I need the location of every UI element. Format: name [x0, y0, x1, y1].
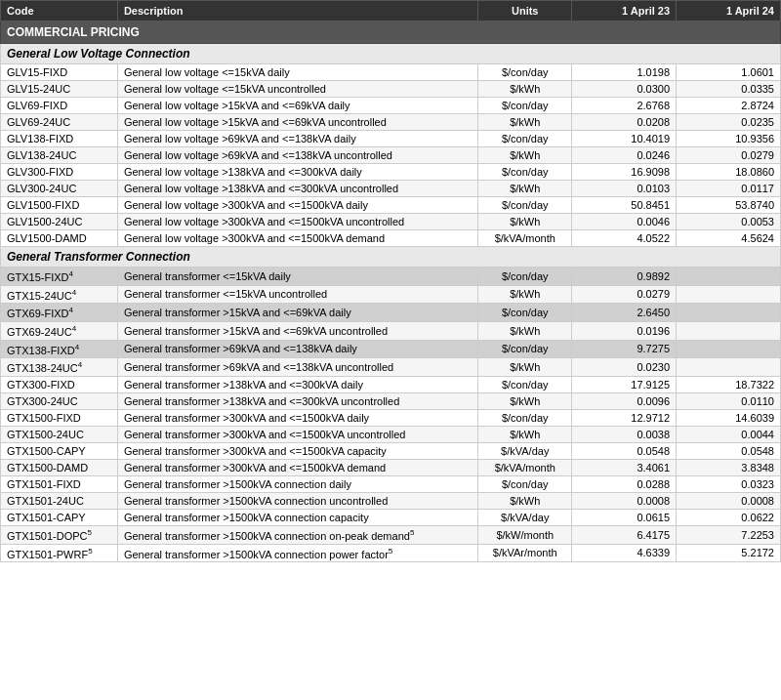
- row-description: General transformer >300kVA and <=1500kV…: [117, 459, 477, 475]
- row-april23: 0.0103: [572, 181, 677, 197]
- row-april23: 0.0288: [572, 475, 677, 492]
- table-row: GLV69-24UC General low voltage >15kVA an…: [1, 114, 781, 131]
- row-april23: 0.0246: [572, 147, 677, 164]
- row-code: GTX300-24UC: [1, 392, 118, 409]
- table-row: GLV1500-24UC General low voltage >300kVA…: [1, 214, 781, 230]
- row-description: General transformer >1500kVA connection …: [117, 509, 477, 525]
- table-row: GTX138-FIXD4 General transformer >69kVA …: [1, 340, 781, 358]
- pricing-table: Code Description Units 1 April 23 1 Apri…: [0, 0, 781, 562]
- row-code: GTX69-24UC4: [1, 321, 118, 340]
- row-units: $/kWh: [478, 321, 572, 340]
- row-april24: 0.0008: [677, 492, 781, 509]
- row-description: General transformer >69kVA and <=138kVA …: [117, 358, 477, 377]
- gtx-section-header: General Transformer Connection: [1, 247, 781, 268]
- row-april23: 0.0096: [572, 392, 677, 409]
- row-april24: 0.0279: [677, 147, 781, 164]
- row-units: $/kWh: [478, 147, 572, 164]
- row-april23: 0.9892: [572, 268, 677, 286]
- row-description: General transformer >138kVA and <=300kVA…: [117, 392, 477, 409]
- row-code: GTX138-24UC4: [1, 358, 118, 377]
- row-april23: 0.0615: [572, 509, 677, 525]
- row-code: GLV1500-24UC: [1, 214, 118, 230]
- row-april23: 0.0208: [572, 114, 677, 131]
- row-april24: 0.0622: [677, 509, 781, 525]
- commercial-pricing-label: COMMERCIAL PRICING: [1, 21, 781, 44]
- table-row: GLV15-24UC General low voltage <=15kVA u…: [1, 81, 781, 98]
- glv-section-header: General Low Voltage Connection: [1, 44, 781, 64]
- row-description: General transformer >1500kVA connection …: [117, 492, 477, 509]
- row-april23: 0.0046: [572, 214, 677, 230]
- row-april24: 0.0335: [677, 81, 781, 98]
- row-units: $/con/day: [478, 98, 572, 114]
- table-row: GTX1501-FIXD General transformer >1500kV…: [1, 475, 781, 492]
- row-april24: 0.0117: [677, 181, 781, 197]
- row-april24: 53.8740: [677, 197, 781, 214]
- row-units: $/kVA/day: [478, 509, 572, 525]
- table-row: GTX1500-CAPY General transformer >300kVA…: [1, 442, 781, 459]
- row-april23: 4.0522: [572, 230, 677, 247]
- row-april23: 12.9712: [572, 409, 677, 426]
- row-units: $/kWh: [478, 181, 572, 197]
- row-units: $/con/day: [478, 164, 572, 181]
- row-description: General low voltage <=15kVA uncontrolled: [117, 81, 477, 98]
- row-april23: 0.0196: [572, 321, 677, 340]
- row-description: General low voltage >15kVA and <=69kVA d…: [117, 98, 477, 114]
- row-code: GTX138-FIXD4: [1, 340, 118, 358]
- row-units: $/kVA/month: [478, 230, 572, 247]
- col-code: Code: [1, 1, 118, 21]
- row-description: General low voltage <=15kVA daily: [117, 64, 477, 81]
- row-code: GLV300-24UC: [1, 181, 118, 197]
- row-units: $/con/day: [478, 64, 572, 81]
- table-row: GTX15-FIXD4 General transformer <=15kVA …: [1, 268, 781, 286]
- row-april23: 4.6339: [572, 544, 677, 562]
- col-units: Units: [478, 1, 572, 21]
- row-code: GTX1501-FIXD: [1, 475, 118, 492]
- row-units: $/con/day: [478, 409, 572, 426]
- row-code: GTX1500-CAPY: [1, 442, 118, 459]
- row-code: GTX300-FIXD: [1, 376, 118, 392]
- row-units: $/kWh: [478, 214, 572, 230]
- row-code: GTX1501-DOPC5: [1, 525, 118, 544]
- row-description: General transformer >1500kVA connection …: [117, 475, 477, 492]
- row-units: $/kWh: [478, 114, 572, 131]
- row-description: General transformer >300kVA and <=1500kV…: [117, 442, 477, 459]
- row-units: $/kW/month: [478, 525, 572, 544]
- row-code: GLV69-24UC: [1, 114, 118, 131]
- row-description: General transformer >15kVA and <=69kVA u…: [117, 321, 477, 340]
- row-description: General transformer >15kVA and <=69kVA d…: [117, 304, 477, 322]
- table-row: GTX1500-FIXD General transformer >300kVA…: [1, 409, 781, 426]
- table-row: GLV138-24UC General low voltage >69kVA a…: [1, 147, 781, 164]
- row-units: $/kWh: [478, 358, 572, 377]
- table-row: GTX15-24UC4 General transformer <=15kVA …: [1, 285, 781, 304]
- col-april24: 1 April 24: [677, 1, 781, 21]
- row-description: General low voltage >69kVA and <=138kVA …: [117, 131, 477, 147]
- row-description: General transformer >300kVA and <=1500kV…: [117, 426, 477, 442]
- table-row: GTX1501-24UC General transformer >1500kV…: [1, 492, 781, 509]
- row-units: $/con/day: [478, 197, 572, 214]
- row-description: General low voltage >138kVA and <=300kVA…: [117, 181, 477, 197]
- row-april24: [677, 285, 781, 304]
- row-april23: 0.0008: [572, 492, 677, 509]
- row-april24: 7.2253: [677, 525, 781, 544]
- row-april24: 0.0548: [677, 442, 781, 459]
- row-april24: [677, 304, 781, 322]
- row-april23: 1.0198: [572, 64, 677, 81]
- row-description: General low voltage >138kVA and <=300kVA…: [117, 164, 477, 181]
- row-april23: 0.0548: [572, 442, 677, 459]
- row-april24: 0.0044: [677, 426, 781, 442]
- row-units: $/con/day: [478, 268, 572, 286]
- table-row: GTX1500-DAMD General transformer >300kVA…: [1, 459, 781, 475]
- row-april24: 0.0323: [677, 475, 781, 492]
- gtx-section-label: General Transformer Connection: [1, 247, 781, 268]
- row-code: GTX15-24UC4: [1, 285, 118, 304]
- row-april23: 10.4019: [572, 131, 677, 147]
- row-units: $/con/day: [478, 304, 572, 322]
- row-description: General transformer >1500kVA connection …: [117, 525, 477, 544]
- row-code: GTX1501-CAPY: [1, 509, 118, 525]
- row-april23: 9.7275: [572, 340, 677, 358]
- row-code: GTX15-FIXD4: [1, 268, 118, 286]
- table-row: GTX1500-24UC General transformer >300kVA…: [1, 426, 781, 442]
- row-units: $/kWh: [478, 285, 572, 304]
- row-april23: 2.6450: [572, 304, 677, 322]
- table-row: GLV300-FIXD General low voltage >138kVA …: [1, 164, 781, 181]
